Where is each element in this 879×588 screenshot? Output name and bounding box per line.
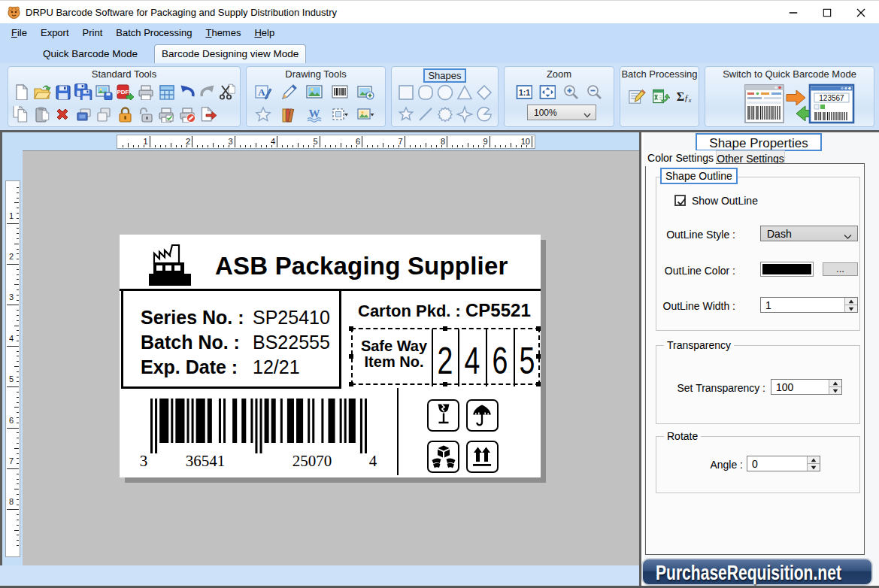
save-icon[interactable] — [53, 82, 71, 102]
outline-style-dropdown[interactable]: Dash — [760, 226, 858, 241]
carton-field[interactable]: Carton Pkd. : CP5521 — [358, 300, 531, 321]
zoom-fit-icon[interactable] — [538, 82, 556, 102]
menu-print[interactable]: Print — [76, 23, 110, 42]
selection-handle[interactable] — [349, 354, 353, 359]
selection-handle[interactable] — [443, 326, 447, 331]
undo-icon[interactable] — [178, 82, 196, 102]
picture-insert-icon[interactable] — [356, 82, 374, 102]
angle-spinner[interactable]: 0 — [747, 456, 820, 471]
excel-export-icon[interactable] — [652, 86, 670, 106]
shape-ellipse-icon[interactable] — [436, 83, 454, 102]
menu-batch-processing[interactable]: Batch Processing — [109, 23, 199, 42]
shape-triangle-icon[interactable] — [456, 83, 474, 102]
selection-handle[interactable] — [536, 326, 541, 331]
spinner-buttons[interactable] — [807, 456, 820, 471]
zoom-out-icon[interactable] — [585, 82, 603, 102]
duplicate-icon[interactable] — [95, 105, 113, 124]
ruler-tick — [452, 145, 453, 148]
selection-handle[interactable] — [536, 382, 541, 386]
zoom-in-icon[interactable] — [562, 82, 580, 102]
batch-edit-icon[interactable] — [628, 86, 646, 106]
shapes-highlight-label: Shapes — [423, 68, 465, 83]
print-cancel-icon[interactable] — [178, 105, 196, 124]
barcode-label-design[interactable]: ASB Packaging SupplierSeries No. :SP2541… — [120, 235, 541, 477]
selection-handle[interactable] — [536, 354, 541, 359]
minimize-button[interactable] — [776, 1, 810, 24]
menu-help[interactable]: Help — [247, 23, 281, 42]
workspace: 12345678910 12345678 ASB Packaging Suppl… — [0, 130, 879, 588]
pencil-tool-icon[interactable] — [280, 82, 298, 102]
layers-icon[interactable] — [74, 105, 92, 124]
bottom-strip — [0, 565, 639, 586]
print-setup-icon[interactable] — [157, 105, 175, 124]
save-all-icon[interactable] — [74, 82, 92, 102]
tab-color-settings[interactable]: Color Settings — [645, 150, 716, 166]
company-name[interactable]: ASB Packaging Supplier — [215, 252, 508, 280]
unlock-icon[interactable] — [137, 105, 155, 124]
maximize-button[interactable] — [810, 1, 844, 24]
shape-square-icon[interactable] — [397, 83, 415, 102]
image-tool-icon[interactable] — [305, 82, 323, 102]
switch-mode-button[interactable]: 123567 — [744, 83, 857, 125]
lock-icon[interactable] — [116, 105, 134, 124]
custom-shape-icon[interactable] — [254, 105, 272, 124]
selection-handle[interactable] — [349, 326, 353, 331]
print-icon[interactable] — [137, 82, 155, 102]
paste-icon[interactable] — [33, 105, 51, 124]
zoom-one-to-one-icon[interactable]: 1:1 — [515, 82, 533, 102]
shape-pacman-icon[interactable] — [475, 105, 493, 124]
open-folder-icon[interactable] — [33, 82, 51, 102]
show-outline-checkbox[interactable] — [674, 195, 686, 206]
shape-seal-icon[interactable] — [436, 105, 454, 124]
menu-export[interactable]: Export — [34, 23, 76, 42]
export-pdf-icon[interactable]: PDF — [116, 82, 134, 102]
tab-quick-barcode-mode[interactable]: Quick Barcode Mode — [31, 45, 150, 62]
upc-barcode[interactable] — [150, 399, 367, 456]
shape-line-icon[interactable] — [417, 105, 435, 124]
safeway-item-text[interactable]: Safe WayItem No. — [357, 338, 431, 370]
grid-icon[interactable] — [157, 82, 175, 102]
zoom-level-dropdown[interactable]: 100% — [527, 105, 596, 120]
menu-themes[interactable]: Themes — [199, 23, 247, 42]
formula-icon[interactable]: Σfx — [676, 86, 694, 106]
shape-star4-icon[interactable] — [456, 105, 474, 124]
cut-icon[interactable] — [220, 82, 238, 102]
field-value: 12/21 — [253, 356, 300, 378]
library-icon[interactable] — [280, 105, 298, 124]
shape-rounded-icon[interactable] — [417, 83, 435, 102]
ruler-tick — [17, 499, 20, 500]
redo-icon[interactable] — [199, 82, 217, 102]
menu-file[interactable]: File — [5, 23, 34, 42]
picture-dd-icon[interactable] — [356, 105, 374, 124]
text-tool-icon[interactable]: A — [254, 82, 272, 102]
factory-icon[interactable] — [147, 241, 195, 290]
outline-color-swatch[interactable] — [760, 262, 814, 277]
group-shapes: Shapes — [391, 66, 499, 127]
ruler-number: 4 — [265, 137, 275, 146]
outline-color-browse-button[interactable]: ... — [823, 262, 858, 276]
delete-icon[interactable] — [53, 105, 71, 124]
barcode-tool-icon[interactable] — [331, 82, 349, 102]
selection-handle[interactable] — [349, 382, 353, 386]
watermark-tool-icon[interactable]: W — [305, 105, 323, 124]
field-label: Exp. Date : — [141, 356, 253, 378]
copy-icon[interactable] — [12, 105, 30, 124]
tab-barcode-designing-view-mode[interactable]: Barcode Designing view Mode — [154, 44, 306, 64]
close-button[interactable] — [844, 1, 877, 24]
ruler-tick — [17, 545, 20, 546]
new-document-icon[interactable] — [12, 82, 30, 102]
spinner-buttons[interactable] — [829, 380, 841, 394]
transparency-spinner[interactable]: 100 — [771, 379, 842, 395]
select-frame-dd-icon[interactable] — [331, 105, 349, 124]
spinner-buttons[interactable] — [844, 298, 857, 312]
outline-width-spinner[interactable]: 1 — [760, 297, 858, 313]
label-fields[interactable]: Series No. :SP25410Batch No. :BS22555Exp… — [141, 307, 330, 381]
design-canvas[interactable]: ASB Packaging SupplierSeries No. :SP2541… — [23, 150, 639, 568]
ruler-tick — [208, 145, 208, 148]
angle-value: 0 — [752, 458, 758, 470]
exit-icon[interactable] — [199, 105, 217, 124]
ruler-tick — [17, 341, 20, 341]
shape-star-icon[interactable] — [397, 105, 415, 124]
shape-diamond-icon[interactable] — [475, 83, 493, 102]
export-image-icon[interactable] — [95, 82, 113, 102]
